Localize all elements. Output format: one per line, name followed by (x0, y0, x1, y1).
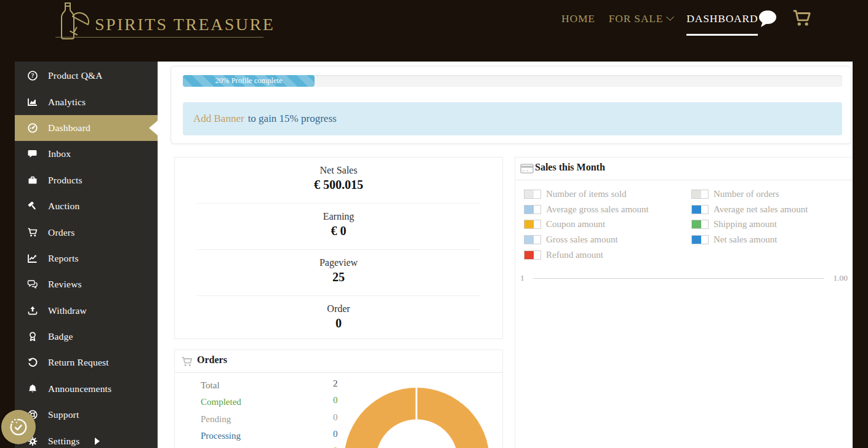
legend-swatch (524, 220, 541, 229)
sidebar-item-support[interactable]: Support (15, 402, 158, 428)
nav-item-for-sale[interactable]: FOR SALE (609, 10, 673, 27)
undo-icon (27, 357, 38, 368)
overview-card: Net Sales € 500.015 Earning € 0 Pageview… (174, 157, 503, 339)
sidebar-item-dashboard[interactable]: Dashboard (15, 115, 158, 141)
profile-progress-fill: 20% Profile complete (183, 75, 315, 87)
comments-icon (27, 279, 38, 290)
brand-name: SPIRITS TREASURE (95, 15, 275, 34)
legend-swatch (691, 220, 709, 229)
stat-pageview: Pageview 25 (197, 249, 480, 295)
stat-earning: Earning € 0 (197, 203, 480, 249)
stat-net-sales: Net Sales € 500.015 (197, 158, 480, 203)
legend-swatch (524, 235, 541, 244)
sidebar-item-announcements[interactable]: Announcements (15, 376, 158, 402)
chat-icon[interactable] (758, 9, 778, 30)
legend-swatch (691, 235, 709, 244)
orders-panel: Orders Total 2 Completed 0 Pending 0 Pro… (174, 350, 503, 448)
legend-avg-net-sales: Average net sales amount (691, 202, 853, 217)
legend-items-sold: Number of items sold (524, 186, 691, 202)
stat-order: Order 0 (197, 295, 480, 342)
cart-icon (180, 356, 194, 370)
gauge-icon (27, 122, 38, 134)
chart-legend: Number of items sold Average gross sales… (515, 180, 853, 263)
sidebar-item-analytics[interactable]: Analytics (15, 89, 158, 114)
profile-progress-card: 20% Profile complete Add Banner to gain … (171, 66, 851, 144)
sidebar-item-orders[interactable]: Orders (15, 219, 158, 245)
medal-icon (27, 331, 38, 342)
sidebar-item-badge[interactable]: Badge (15, 324, 158, 350)
axis-line (533, 278, 825, 279)
sidebar-item-auction[interactable]: Auction (15, 193, 158, 219)
add-banner-link[interactable]: Add Banner (193, 113, 244, 125)
nav-item-dashboard[interactable]: DASHBOARD (686, 10, 758, 27)
brand[interactable]: SPIRITS TREASURE (54, 1, 313, 46)
sales-panel-title: Sales this Month (535, 162, 605, 173)
bell-icon (27, 383, 38, 394)
legend-shipping-amount: Shipping amount (691, 217, 853, 233)
profile-progress-label: 20% Profile complete (215, 76, 283, 86)
order-row-total: Total 2 (175, 378, 502, 394)
submenu-caret-icon (95, 438, 100, 445)
chevron-down-icon (666, 13, 674, 21)
upload-icon (27, 305, 38, 316)
legend-swatch (524, 190, 541, 199)
orders-panel-title: Orders (197, 354, 227, 366)
legend-swatch (691, 190, 709, 199)
legend-gross-sales: Gross sales amount (524, 232, 691, 247)
chart-area-icon (27, 97, 38, 108)
legend-coupon-amount: Coupon amount (524, 217, 691, 233)
sidebar-item-inbox[interactable]: Inbox (15, 141, 158, 167)
legend-number-orders: Number of orders (691, 186, 853, 202)
sidebar-item-products[interactable]: Products (15, 167, 158, 193)
legend-refund-amount: Refund amount (524, 247, 691, 263)
cart-icon[interactable] (792, 8, 813, 31)
cart-icon (27, 227, 38, 238)
sidebar-item-reviews[interactable]: Reviews (15, 271, 158, 297)
cookie-check-icon (7, 416, 30, 438)
profile-alert-text: to gain 15% progress (248, 113, 337, 125)
chart-x-axis: 1 1.00 (515, 272, 853, 284)
sidebar-item-return-request[interactable]: Return Request (15, 350, 158, 375)
sales-panel-header: Sales this Month (515, 158, 853, 180)
sidebar-item-product-qa[interactable]: ? Product Q&A (15, 63, 158, 89)
profile-progress-bar: 20% Profile complete (183, 75, 842, 87)
legend-swatch (691, 205, 709, 214)
profile-alert: Add Banner to gain 15% progress (183, 102, 842, 135)
calendar-card-icon (520, 163, 534, 177)
sidebar-item-withdraw[interactable]: Withdraw (15, 298, 158, 324)
donut-slice-divider (416, 388, 417, 421)
gavel-icon (27, 201, 38, 212)
question-circle-icon: ? (27, 70, 38, 81)
page: SPIRITS TREASURE HOME FOR SALE DASHBOARD (0, 0, 868, 448)
line-chart-icon (27, 253, 38, 264)
orders-panel-header: Orders (175, 350, 502, 373)
brand-underline (55, 37, 263, 38)
sales-month-panel: Sales this Month Number of items sold Av… (515, 157, 853, 448)
cookie-consent-button[interactable] (1, 410, 36, 444)
sidebar-item-reports[interactable]: Reports (15, 246, 158, 271)
main-nav: HOME FOR SALE DASHBOARD (561, 10, 758, 27)
legend-swatch (524, 205, 541, 214)
legend-swatch (524, 250, 541, 260)
legend-avg-gross-sales: Average gross sales amount (524, 202, 691, 217)
briefcase-icon (27, 175, 38, 186)
dashboard-content: 20% Profile complete Add Banner to gain … (158, 62, 853, 448)
legend-net-sales: Net sales amount (691, 232, 853, 247)
axis-tick-start: 1 (520, 273, 524, 283)
site-header: SPIRITS TREASURE HOME FOR SALE DASHBOARD (0, 0, 868, 62)
sidebar: ? Product Q&A Analytics Dashboard (15, 62, 158, 448)
chat-bubble-icon (27, 148, 38, 159)
axis-tick-end: 1.00 (833, 273, 848, 283)
nav-item-home[interactable]: HOME (561, 10, 595, 27)
sidebar-item-settings[interactable]: Settings (15, 428, 158, 448)
svg-text:?: ? (31, 73, 34, 79)
